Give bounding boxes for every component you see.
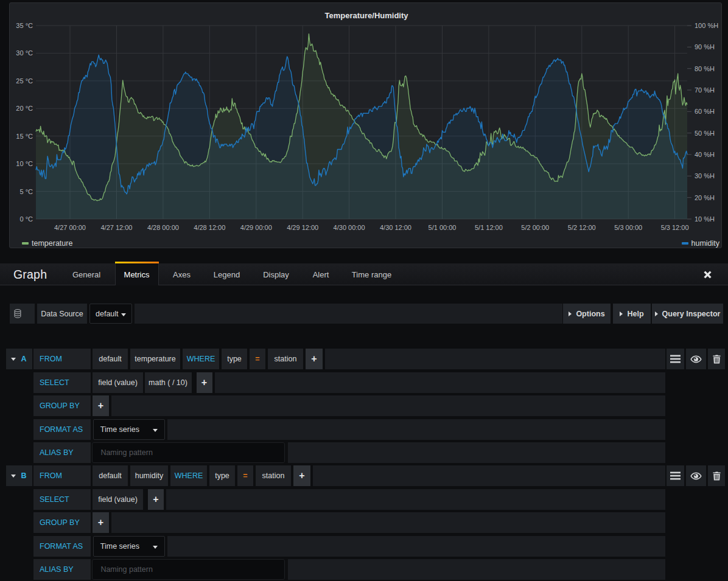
svg-text:4/28 00:00: 4/28 00:00	[147, 224, 179, 231]
svg-text:4/27 12:00: 4/27 12:00	[101, 224, 133, 231]
svg-text:4/29 00:00: 4/29 00:00	[240, 224, 272, 231]
svg-text:90 %H: 90 %H	[695, 43, 715, 50]
svg-text:35 °C: 35 °C	[16, 22, 33, 29]
svg-text:5/1 00:00: 5/1 00:00	[429, 224, 457, 231]
svg-text:5/2 00:00: 5/2 00:00	[521, 224, 549, 231]
svg-text:50 %H: 50 %H	[695, 130, 715, 137]
svg-text:100 %H: 100 %H	[695, 22, 718, 29]
svg-text:5/3 12:00: 5/3 12:00	[661, 224, 689, 231]
svg-text:5/1 12:00: 5/1 12:00	[475, 224, 503, 231]
svg-text:4/30 12:00: 4/30 12:00	[380, 224, 411, 231]
svg-text:70 %H: 70 %H	[695, 86, 715, 94]
svg-text:4/27 00:00: 4/27 00:00	[54, 224, 86, 231]
svg-text:5/2 12:00: 5/2 12:00	[568, 224, 596, 231]
svg-text:15 °C: 15 °C	[16, 133, 33, 140]
svg-text:25 °C: 25 °C	[16, 77, 33, 85]
svg-text:30 °C: 30 °C	[16, 49, 33, 57]
svg-text:60 %H: 60 %H	[695, 108, 715, 115]
svg-text:Temperature/Humidity: Temperature/Humidity	[324, 11, 408, 20]
svg-text:30 %H: 30 %H	[695, 172, 715, 179]
svg-text:10 °C: 10 °C	[16, 160, 33, 167]
svg-text:40 %H: 40 %H	[695, 151, 715, 158]
svg-text:4/29 12:00: 4/29 12:00	[287, 224, 318, 231]
svg-text:20 %H: 20 %H	[695, 194, 715, 201]
svg-text:5 °C: 5 °C	[19, 188, 33, 195]
svg-text:80 %H: 80 %H	[695, 65, 715, 72]
svg-text:20 °C: 20 °C	[16, 105, 33, 112]
svg-text:10 %H: 10 %H	[695, 215, 715, 223]
svg-text:0 °C: 0 °C	[19, 215, 33, 223]
svg-text:4/30 00:00: 4/30 00:00	[334, 224, 365, 231]
svg-text:4/28 12:00: 4/28 12:00	[194, 224, 225, 231]
svg-text:5/3 00:00: 5/3 00:00	[614, 224, 642, 231]
